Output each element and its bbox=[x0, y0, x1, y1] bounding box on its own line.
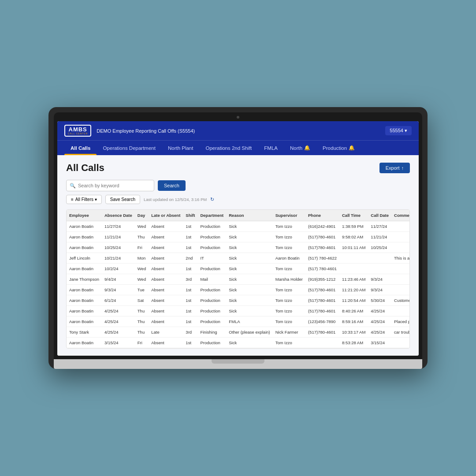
col-header-day: Day bbox=[135, 210, 149, 221]
table-row[interactable]: Aaron Boatin4/25/24ThuAbsent1stProductio… bbox=[67, 306, 410, 316]
cell-r1-c1: 11/21/24 bbox=[102, 232, 135, 242]
demo-title: DEMO Employee Reporting Call Offs (S5554… bbox=[97, 128, 195, 134]
cell-r8-c8: (517)780-4601 bbox=[305, 306, 339, 316]
col-header-comments: Comments bbox=[391, 210, 410, 221]
calls-table: EmployeeAbsence DateDayLate or AbsentShi… bbox=[67, 210, 410, 348]
table-row[interactable]: Aaron Boatin11/21/24ThuAbsent1stProducti… bbox=[67, 232, 410, 242]
cell-r3-c2: Mon bbox=[135, 253, 149, 264]
cell-r10-c2: Thu bbox=[135, 327, 149, 338]
cell-r6-c6: Sick bbox=[226, 285, 272, 295]
tab-operations-department[interactable]: Operations Department bbox=[97, 141, 162, 155]
cell-r5-c6: Sick bbox=[226, 274, 272, 285]
table-row[interactable]: Aaron Boatin4/25/24ThuAbsent1stProductio… bbox=[67, 316, 410, 327]
cell-r0-c6: Sick bbox=[226, 221, 272, 232]
cell-r8-c4: 1st bbox=[183, 306, 197, 316]
table-row[interactable]: Aaron Boatin10/25/24FriAbsent1stProducti… bbox=[67, 242, 410, 253]
screen: AMBS CALL CENTER DEMO Employee Reporting… bbox=[57, 121, 419, 356]
laptop-base bbox=[54, 359, 422, 369]
cell-r5-c3: Absent bbox=[149, 274, 183, 285]
tab-all-calls[interactable]: All Calls bbox=[64, 141, 97, 155]
cell-r6-c8: (517)780-4601 bbox=[305, 285, 339, 295]
cell-r6-c3: Absent bbox=[149, 285, 183, 295]
cell-r9-c5: Production bbox=[197, 316, 226, 327]
cell-r2-c7: Tom Izzo bbox=[273, 242, 305, 253]
cell-r1-c2: Thu bbox=[135, 232, 149, 242]
cell-r2-c1: 10/25/24 bbox=[102, 242, 135, 253]
tab-fmla[interactable]: FMLA bbox=[258, 141, 284, 155]
table-row[interactable]: Jane Thompson9/4/24WedAbsent3rdMailSickM… bbox=[67, 274, 410, 285]
logo-subtext: CALL CENTER bbox=[68, 132, 88, 135]
search-button[interactable]: Search bbox=[158, 180, 186, 191]
cell-r0-c10: 11/27/24 bbox=[368, 221, 391, 232]
cell-r8-c10: 4/25/24 bbox=[368, 306, 391, 316]
cell-r11-c0: Aaron Boatin bbox=[67, 338, 102, 348]
cell-r8-c9: 8:40:26 AM bbox=[339, 306, 368, 316]
table-row[interactable]: Aaron Boatin11/27/24WedAbsent1stProducti… bbox=[67, 221, 410, 232]
account-label: 55554 ▾ bbox=[390, 128, 407, 134]
cell-r9-c1: 4/25/24 bbox=[102, 316, 135, 327]
search-input-wrap: 🔍 bbox=[66, 180, 154, 191]
last-updated: Last updated on 12/5/24, 3:16 PM bbox=[144, 197, 207, 202]
cell-r10-c1: 4/25/24 bbox=[102, 327, 135, 338]
cell-r5-c8: (919)355-1212 bbox=[305, 274, 339, 285]
table-row[interactable]: Aaron Boatin10/2/24WedAbsent1stProductio… bbox=[67, 264, 410, 274]
cell-r10-c8: (517)780-4601 bbox=[305, 327, 339, 338]
cell-r5-c11 bbox=[391, 274, 410, 285]
table-row[interactable]: Aaron Boatin3/15/24FriAbsent1stProductio… bbox=[67, 338, 410, 348]
cell-r8-c3: Absent bbox=[149, 306, 183, 316]
logo: AMBS CALL CENTER bbox=[64, 125, 91, 137]
table-row[interactable]: Tony Stark4/25/24ThuLate3rdFinishingOthe… bbox=[67, 327, 410, 338]
col-header-shift: Shift bbox=[183, 210, 197, 221]
cell-r1-c7: Tom Izzo bbox=[273, 232, 305, 242]
cell-r4-c6: Sick bbox=[226, 264, 272, 274]
cell-r5-c9: 11:23:46 AM bbox=[339, 274, 368, 285]
account-badge[interactable]: 55554 ▾ bbox=[385, 126, 412, 135]
col-header-call-time: Call Time bbox=[339, 210, 368, 221]
cell-r10-c5: Finishing bbox=[197, 327, 226, 338]
search-input[interactable] bbox=[66, 180, 154, 191]
cell-r0-c1: 11/27/24 bbox=[102, 221, 135, 232]
cell-r5-c1: 9/4/24 bbox=[102, 274, 135, 285]
cell-r10-c4: 3rd bbox=[183, 327, 197, 338]
save-search-button[interactable]: Save Search bbox=[105, 195, 140, 204]
cell-r0-c3: Absent bbox=[149, 221, 183, 232]
cell-r9-c8: (123)456-7890 bbox=[305, 316, 339, 327]
cell-r0-c8: (616)242-4901 bbox=[305, 221, 339, 232]
cell-r1-c10: 11/21/24 bbox=[368, 232, 391, 242]
cell-r1-c3: Absent bbox=[149, 232, 183, 242]
laptop-frame: AMBS CALL CENTER DEMO Employee Reporting… bbox=[48, 107, 428, 369]
search-icon: 🔍 bbox=[70, 183, 76, 189]
cell-r3-c5: IT bbox=[197, 253, 226, 264]
header-row: EmployeeAbsence DateDayLate or AbsentShi… bbox=[67, 210, 410, 221]
cell-r7-c11: Customer all set bbox=[391, 295, 410, 306]
cell-r0-c5: Production bbox=[197, 221, 226, 232]
tab-north-plant[interactable]: North Plant bbox=[162, 141, 200, 155]
production-bell-icon: 🔔 bbox=[349, 145, 355, 151]
cell-r8-c5: Production bbox=[197, 306, 226, 316]
cell-r7-c7: Tom Izzo bbox=[273, 295, 305, 306]
cell-r6-c10: 9/3/24 bbox=[368, 285, 391, 295]
cell-r0-c0: Aaron Boatin bbox=[67, 221, 102, 232]
cell-r3-c11: This is a test call. bbox=[391, 253, 410, 264]
cell-r4-c1: 10/2/24 bbox=[102, 264, 135, 274]
tab-production[interactable]: Production 🔔 bbox=[316, 141, 361, 155]
cell-r7-c6: Sick bbox=[226, 295, 272, 306]
table-container: EmployeeAbsence DateDayLate or AbsentShi… bbox=[66, 209, 410, 349]
filter-row: ≡ All Filters ▾ Save Search Last updated… bbox=[66, 195, 410, 204]
cell-r9-c10: 4/25/24 bbox=[368, 316, 391, 327]
export-button[interactable]: Export ↑ bbox=[379, 163, 410, 173]
tab-operations-2nd-shift[interactable]: Operations 2nd Shift bbox=[199, 141, 258, 155]
cell-r7-c3: Absent bbox=[149, 295, 183, 306]
cell-r4-c11 bbox=[391, 264, 410, 274]
filter-button[interactable]: ≡ All Filters ▾ bbox=[66, 195, 102, 204]
nav-tabs: All Calls Operations Department North Pl… bbox=[57, 140, 419, 155]
table-row[interactable]: Jeff Lincoln10/21/24MonAbsent2ndITSickAa… bbox=[67, 253, 410, 264]
table-row[interactable]: Aaron Boatin9/3/24TueAbsent1stProduction… bbox=[67, 285, 410, 295]
cell-r10-c6: Other (please explain) bbox=[226, 327, 272, 338]
col-header-absence-date: Absence Date bbox=[102, 210, 135, 221]
table-row[interactable]: Aaron Boatin6/1/24SatAbsent1stProduction… bbox=[67, 295, 410, 306]
refresh-icon[interactable]: ↻ bbox=[210, 197, 214, 202]
tab-north[interactable]: North 🔔 bbox=[284, 141, 316, 155]
cell-r9-c2: Thu bbox=[135, 316, 149, 327]
screen-bezel: AMBS CALL CENTER DEMO Employee Reporting… bbox=[54, 112, 422, 359]
